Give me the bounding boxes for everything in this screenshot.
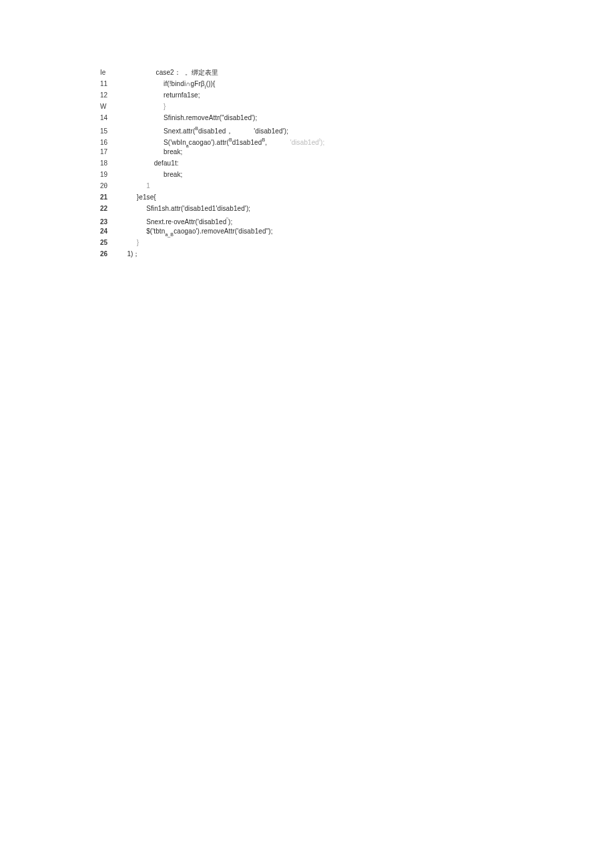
code-text: break; [117,169,183,180]
line-number: 12 [100,89,117,101]
code-line: 19 break; [100,169,614,180]
code-line: 22 Sfin1sh.attr('disab1ed1'disab1ed'); [100,203,614,214]
code-line: 23 Snext.re·oveAttr('disab1ed"); [100,214,614,226]
code-text: } [117,101,166,112]
line-number: 26 [100,248,117,260]
code-text: case2： 。绑定表里 [117,67,218,78]
code-line: 24 $('tbtna_Bcaogao').removeAttr('disab1… [100,226,614,237]
code-text: } [117,237,139,248]
code-line: 18 defau1t: [100,157,614,169]
line-number: 2θ [100,180,117,191]
code-text: returnfa1se; [117,89,200,101]
line-number: Ie [100,67,117,78]
code-text: defau1t: [117,157,179,169]
line-number: 19 [100,169,117,180]
line-number: 18 [100,157,117,169]
line-number: 24 [100,226,117,237]
line-number: 17 [100,146,117,157]
code-line: 11 if(!bindi∩gFrβI()){ [100,78,614,89]
line-number: W [100,101,117,112]
code-line: 12 returnfa1se; [100,89,614,101]
code-line: Ie case2： 。绑定表里 [100,67,614,78]
line-number: 15 [100,125,117,137]
line-number: 22 [100,203,117,214]
code-line: 2θ 1 [100,180,614,191]
code-line: 14 Sfinish.removeAttr("disab1ed'); [100,112,614,123]
line-number: 25 [100,237,117,248]
code-text: }e1se{ [117,191,156,203]
line-number: 21 [100,191,117,203]
code-text: 1 [117,180,150,191]
code-line: 16 S('wbInacaogao').attr(Bd1sab1edB, 'di… [100,135,614,146]
code-text: Sfin1sh.attr('disab1ed1'disab1ed'); [117,203,250,214]
code-line: W } [100,101,614,112]
code-text: 1)； [117,248,140,260]
code-text: break; [117,146,183,157]
code-line: 15 Snext.attr(Bdisab1ed， 'disab1ed'); [100,123,614,135]
code-block: Ie case2： 。绑定表里11 if(!bindi∩gFrβI()){12 … [100,67,614,260]
code-text: $('tbtna_Bcaogao').removeAttr('disab1ed"… [117,226,273,240]
code-line: 26 1)； [100,248,614,260]
code-text: Sfinish.removeAttr("disab1ed'); [117,112,257,123]
code-line: 21 }e1se{ [100,191,614,203]
code-line: 17 break; [100,146,614,157]
line-number: 11 [100,78,117,89]
line-number: 14 [100,112,117,123]
